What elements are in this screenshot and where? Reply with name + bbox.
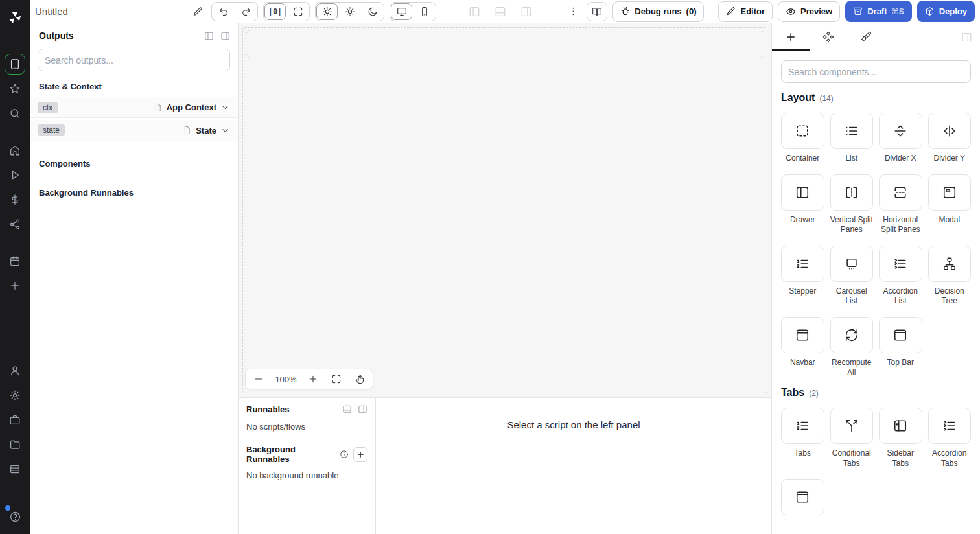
component-card-horizontal-split-panes[interactable] <box>879 174 922 211</box>
rail-item-schedules[interactable] <box>5 251 25 272</box>
editor-button[interactable]: Editor <box>718 1 773 22</box>
chevron-down-icon[interactable] <box>220 126 230 135</box>
draft-button[interactable]: Draft ⌘S <box>845 1 911 22</box>
search-outputs-input[interactable] <box>38 49 230 71</box>
component-card-carousel-list[interactable] <box>830 246 874 282</box>
component-card-drawer[interactable] <box>781 174 824 211</box>
component-label: Tabs <box>795 448 811 459</box>
divider-y-icon <box>942 124 957 138</box>
component-card-divider-x[interactable] <box>879 113 922 149</box>
component-grid: ContainerListDivider XDivider YDrawerVer… <box>781 113 971 378</box>
reset-scale-button[interactable]: |0| <box>264 3 286 20</box>
pan-tool-button[interactable] <box>348 369 371 389</box>
component-card-accordion-tabs[interactable] <box>928 408 972 444</box>
desktop-view-button[interactable] <box>391 3 412 20</box>
docs-button[interactable] <box>587 2 607 21</box>
chevron-down-icon[interactable] <box>220 102 230 112</box>
zoom-out-button[interactable] <box>247 369 270 389</box>
rail-item-account[interactable] <box>5 360 25 381</box>
windmill-logo-icon <box>5 7 25 28</box>
toggle-left-panel-icon[interactable] <box>466 3 483 20</box>
component-label: Divider X <box>885 154 916 164</box>
background-runnables-title: Background Runnables <box>246 445 335 464</box>
theme-dark-button[interactable] <box>361 3 384 21</box>
more-menu-button[interactable] <box>565 3 581 20</box>
rail-item-logs[interactable] <box>5 459 25 480</box>
debug-runs-button[interactable]: Debug runs (0) <box>612 1 704 22</box>
undo-button[interactable] <box>212 3 235 21</box>
toggle-bottom-panel-icon[interactable] <box>492 3 509 20</box>
rail-item-search[interactable] <box>5 103 25 124</box>
component-item: Carousel List <box>830 246 874 307</box>
panel-left-icon[interactable] <box>204 31 214 41</box>
rail-item-variables[interactable] <box>5 189 25 210</box>
component-label: Conditional Tabs <box>830 448 874 469</box>
toggle-right-panel-icon[interactable] <box>518 3 535 20</box>
rail-item-workers[interactable] <box>5 410 25 430</box>
deploy-button[interactable]: Deploy <box>917 1 975 22</box>
theme-system-button[interactable] <box>338 3 361 21</box>
tab-insert-component[interactable] <box>772 23 810 51</box>
tree-icon <box>942 257 957 271</box>
component-card-partial[interactable] <box>781 479 824 515</box>
tab-styling[interactable] <box>847 23 885 51</box>
rail-item-add[interactable] <box>5 275 25 296</box>
panel-bottom-icon[interactable] <box>342 404 352 414</box>
component-card-sidebar-tabs[interactable] <box>879 408 922 444</box>
component-card-divider-y[interactable] <box>928 113 972 149</box>
rail-item-apps[interactable] <box>5 54 25 75</box>
component-card-accordion-list[interactable] <box>879 246 922 282</box>
theme-light-button[interactable] <box>316 3 338 20</box>
redo-button[interactable] <box>235 3 257 21</box>
edit-title-button[interactable] <box>189 3 206 20</box>
canvas-scale-group: |0| <box>263 2 310 21</box>
component-card-container[interactable] <box>781 113 824 149</box>
rail-item-home[interactable] <box>5 140 25 161</box>
accordion-icon <box>893 257 907 271</box>
rail-item-folders[interactable] <box>5 434 25 455</box>
component-card-recompute-all[interactable] <box>830 317 874 353</box>
zoom-in-button[interactable] <box>301 369 325 389</box>
split-icon <box>845 419 859 433</box>
rail-item-runs[interactable] <box>5 165 25 185</box>
rail-item-settings[interactable] <box>5 385 25 406</box>
component-item: Modal <box>928 174 972 235</box>
component-card-navbar[interactable] <box>781 317 824 353</box>
state-row[interactable]: state State <box>30 120 238 141</box>
notification-dot <box>5 505 10 511</box>
preview-button[interactable]: Preview <box>778 1 840 22</box>
component-card-vertical-split-panes[interactable] <box>830 174 874 211</box>
search-components-input[interactable] <box>781 60 971 83</box>
component-card-list[interactable] <box>830 113 874 149</box>
rail-item-favorites[interactable] <box>5 78 25 99</box>
component-card-stepper[interactable] <box>781 246 824 282</box>
panel-right-icon[interactable] <box>358 404 368 414</box>
component-card-tabs[interactable] <box>781 408 824 444</box>
state-value: State <box>196 126 216 135</box>
mobile-view-button[interactable] <box>413 3 436 21</box>
bug-icon <box>620 6 630 16</box>
component-label: Vertical Split Panes <box>830 215 874 235</box>
component-card-conditional-tabs[interactable] <box>830 408 874 444</box>
component-item: Decision Tree <box>928 246 972 307</box>
collapse-panel-icon[interactable] <box>961 23 980 51</box>
component-item: Accordion Tabs <box>928 408 972 469</box>
tab-component-settings[interactable] <box>810 23 847 51</box>
v-split-icon <box>845 185 859 200</box>
canvas-drop-zone[interactable] <box>246 30 764 58</box>
rail-item-help[interactable] <box>5 506 25 527</box>
container-icon <box>795 124 810 138</box>
ctx-row[interactable]: ctx App Context <box>30 97 238 118</box>
add-background-runnable-button[interactable] <box>353 447 368 462</box>
zoom-toolbar: 100% <box>245 369 373 389</box>
rail-item-resources[interactable] <box>5 214 25 235</box>
panel-right-icon[interactable] <box>220 31 230 41</box>
workspace-rail <box>0 0 30 534</box>
state-context-heading: State & Context <box>39 82 229 91</box>
app-canvas[interactable]: 100% <box>239 23 771 397</box>
component-card-top-bar[interactable] <box>879 317 922 353</box>
fit-view-button[interactable] <box>325 369 348 389</box>
component-card-decision-tree[interactable] <box>928 246 972 282</box>
expand-canvas-button[interactable] <box>286 3 309 21</box>
component-card-modal[interactable] <box>928 174 972 211</box>
